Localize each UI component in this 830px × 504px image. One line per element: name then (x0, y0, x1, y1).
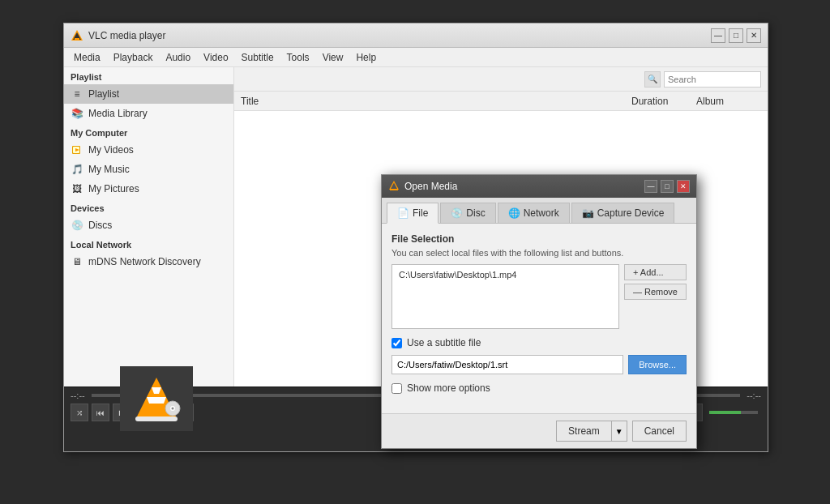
dialog-footer: Stream ▼ Cancel (382, 413, 696, 448)
file-tab-label: File (413, 207, 428, 219)
menu-bar: Media Playback Audio Video Subtitle Tool… (64, 48, 768, 67)
my-music-icon: 🎵 (71, 163, 83, 176)
subtitle-checkbox-row: Use a subtitle file (391, 337, 687, 348)
time-start: --:-- (71, 391, 85, 400)
svg-point-12 (172, 408, 174, 410)
column-title: Title (241, 96, 631, 107)
column-album: Album (696, 96, 761, 107)
svg-rect-7 (135, 416, 178, 421)
menu-playback[interactable]: Playback (107, 50, 160, 65)
menu-view[interactable]: View (316, 50, 350, 65)
playlist-header: Title Duration Album (234, 92, 768, 111)
menu-audio[interactable]: Audio (159, 50, 197, 65)
more-options-row: Show more options (391, 382, 687, 394)
window-controls: — □ ✕ (711, 28, 761, 43)
file-list-container: C:\Users\fatiw\Desktop\1.mp4 + Add... — … (391, 264, 687, 329)
network-tab-icon: 🌐 (508, 207, 520, 219)
menu-tools[interactable]: Tools (280, 50, 316, 65)
mdns-icon: 🖥 (71, 255, 83, 268)
tab-disc[interactable]: 💿 Disc (440, 203, 495, 223)
file-list-buttons: + Add... — Remove (624, 264, 687, 329)
stream-button[interactable]: Stream (556, 421, 612, 442)
sidebar-devices-label: Devices (64, 199, 233, 216)
svg-rect-15 (390, 189, 398, 190)
disc-tab-label: Disc (466, 207, 485, 219)
minimize-button[interactable]: — (711, 28, 725, 43)
capture-tab-icon: 📷 (582, 207, 594, 219)
sidebar-item-mdns[interactable]: 🖥 mDNS Network Discovery (64, 252, 233, 271)
search-icon: 🔍 (644, 71, 661, 88)
menu-help[interactable]: Help (349, 50, 383, 65)
prev-btn[interactable]: ⏮ (92, 404, 109, 421)
tab-network[interactable]: 🌐 Network (498, 203, 570, 223)
time-end: --:-- (747, 391, 761, 400)
sidebar-item-mdns-label: mDNS Network Discovery (88, 256, 201, 267)
add-button[interactable]: + Add... (624, 264, 687, 280)
subtitle-file-row: Browse... (391, 355, 687, 374)
vlc-logo-icon (71, 29, 83, 42)
playlist-icon: ≡ (71, 88, 83, 100)
maximize-button[interactable]: □ (729, 28, 743, 43)
dialog-title-text: Open Media (404, 181, 644, 192)
column-duration: Duration (631, 96, 696, 107)
sidebar-item-playlist-label: Playlist (88, 88, 119, 100)
browse-button[interactable]: Browse... (628, 355, 687, 374)
file-selection-desc: You can select local files with the foll… (391, 248, 687, 258)
dialog-close-btn[interactable]: ✕ (677, 180, 690, 193)
show-more-options-checkbox[interactable] (391, 383, 402, 394)
sidebar-item-my-videos[interactable]: My Videos (64, 140, 233, 160)
my-pictures-icon: 🖼 (71, 182, 83, 195)
search-input[interactable] (664, 71, 761, 88)
dialog-logo-icon (388, 180, 400, 194)
sidebar-playlist-label: Playlist (64, 67, 233, 84)
sidebar-item-my-pictures[interactable]: 🖼 My Pictures (64, 179, 233, 199)
file-list[interactable]: C:\Users\fatiw\Desktop\1.mp4 (391, 264, 619, 329)
capture-tab-label: Capture Device (597, 207, 665, 219)
svg-rect-2 (75, 38, 79, 40)
media-library-icon: 📚 (71, 107, 83, 120)
sidebar-item-my-videos-label: My Videos (88, 144, 134, 156)
disc-tab-icon: 💿 (451, 207, 463, 219)
close-button[interactable]: ✕ (747, 28, 761, 43)
sidebar-item-media-library[interactable]: 📚 Media Library (64, 104, 233, 123)
subtitle-file-input[interactable] (391, 355, 623, 374)
random-btn[interactable]: ⤮ (71, 404, 88, 421)
dialog-title-bar: Open Media — □ ✕ (382, 175, 696, 198)
network-tab-label: Network (524, 207, 559, 219)
stream-dropdown-button[interactable]: ▼ (612, 421, 627, 442)
show-more-options-label: Show more options (407, 382, 490, 394)
vlc-cone-large (132, 374, 181, 423)
tab-file[interactable]: 📄 File (387, 203, 439, 224)
sidebar-local-network-label: Local Network (64, 235, 233, 252)
dialog-content: File Selection You can select local file… (382, 224, 696, 413)
sidebar-item-media-library-label: Media Library (88, 108, 148, 119)
file-tab-icon: 📄 (397, 207, 409, 219)
sidebar-inner: Playlist ≡ Playlist 📚 Media Library My C… (64, 67, 233, 387)
svg-marker-8 (147, 397, 166, 404)
stream-btn-container: Stream ▼ (556, 421, 627, 442)
sidebar-item-my-pictures-label: My Pictures (88, 183, 139, 194)
dialog-tabs: 📄 File 💿 Disc 🌐 Network 📷 Capture Device (382, 198, 696, 224)
file-list-item: C:\Users\fatiw\Desktop\1.mp4 (396, 268, 615, 281)
sidebar-item-my-music-label: My Music (88, 164, 130, 175)
volume-slider[interactable] (709, 411, 758, 414)
sidebar-item-my-music[interactable]: 🎵 My Music (64, 160, 233, 179)
subtitle-label: Use a subtitle file (407, 337, 481, 348)
playlist-toolbar: 🔍 (234, 67, 768, 92)
open-media-dialog: Open Media — □ ✕ 📄 File 💿 Disc 🌐 Network… (381, 174, 697, 449)
remove-button[interactable]: — Remove (624, 284, 687, 300)
sidebar-item-playlist[interactable]: ≡ Playlist (64, 84, 233, 104)
my-videos-icon (71, 143, 83, 156)
cancel-button[interactable]: Cancel (632, 421, 687, 442)
menu-subtitle[interactable]: Subtitle (235, 50, 280, 65)
sidebar-item-discs[interactable]: 💿 Discs (64, 216, 233, 235)
dialog-minimize-btn[interactable]: — (644, 180, 657, 193)
menu-media[interactable]: Media (67, 50, 107, 65)
subtitle-checkbox[interactable] (391, 338, 402, 348)
sidebar-my-computer-label: My Computer (64, 123, 233, 140)
vlc-thumbnail (120, 366, 193, 431)
menu-video[interactable]: Video (197, 50, 234, 65)
discs-icon: 💿 (71, 219, 83, 232)
tab-capture[interactable]: 📷 Capture Device (571, 203, 675, 223)
dialog-maximize-btn[interactable]: □ (661, 180, 674, 193)
